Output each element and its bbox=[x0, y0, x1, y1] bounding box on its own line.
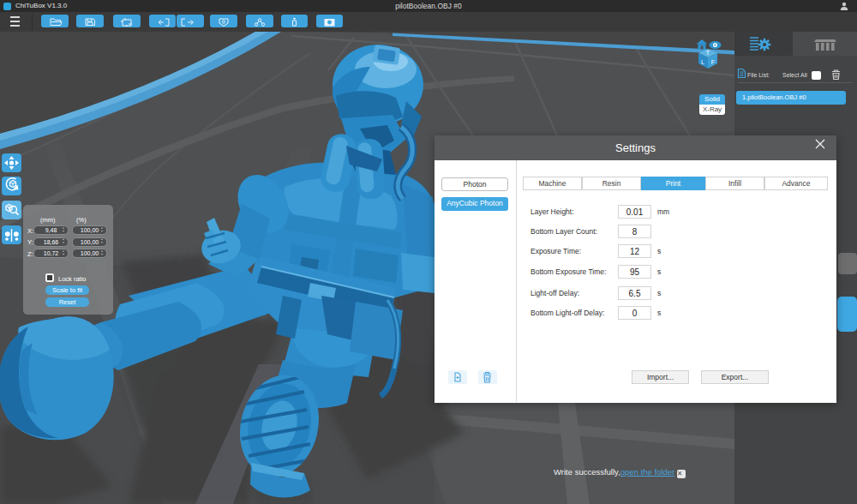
svg-text:F: F bbox=[711, 59, 715, 65]
svg-text:L: L bbox=[701, 59, 704, 65]
svg-text:T: T bbox=[706, 50, 710, 56]
